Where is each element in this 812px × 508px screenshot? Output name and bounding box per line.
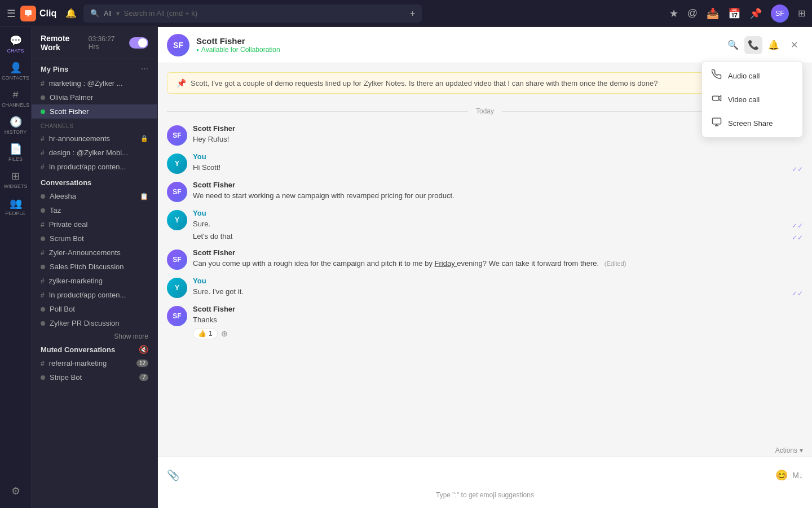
muted-referral-marketing[interactable]: # referral-marketing 12 [32, 356, 157, 370]
top-bar: ☰ Cliq 🔔 🔍 All ▾ + ★ @ 📥 📅 📌 SF ⊞ [0, 0, 812, 27]
msg-text-4: Sure. [193, 218, 210, 230]
search-chat-button[interactable]: 🔍 [724, 36, 742, 54]
hash-icon-2: # [41, 135, 45, 143]
chats-label: CHATS [7, 48, 24, 54]
lock-icon: 🔒 [140, 135, 148, 142]
close-chat-button[interactable]: ✕ [785, 36, 803, 54]
inbox-icon[interactable]: 📥 [707, 7, 719, 20]
reaction-emoji: 👍 [198, 330, 206, 338]
channel-design[interactable]: # design : @Zylker Mobi... [32, 146, 157, 160]
calendar-icon[interactable]: 📅 [728, 7, 740, 20]
message-input[interactable] [184, 464, 771, 487]
msg-edited-6: (Edited) [604, 260, 626, 267]
conv-zylker-pr[interactable]: Zylker PR Discussion [32, 316, 157, 330]
user-avatar[interactable]: SF [771, 5, 789, 23]
channel-hr-announcements[interactable]: # hr-announcements 🔒 [32, 132, 157, 146]
actions-button[interactable]: Actions ▾ [775, 446, 803, 454]
msg-content-6: Scott Fisher Can you come up with a roug… [193, 248, 803, 270]
stripe-bot-badge: 7 [139, 374, 148, 381]
svg-rect-1 [713, 96, 719, 100]
chats-icon: 💬 [10, 34, 22, 47]
conv-product-app-content[interactable]: # In product/app conten... [32, 288, 157, 302]
msg-sender-7: You [193, 277, 206, 285]
markdown-button[interactable]: M↓ [792, 471, 803, 480]
msg-tick-2: ✓✓ [792, 165, 803, 173]
conv-taz[interactable]: Taz [32, 203, 157, 217]
top-bar-right: ★ @ 📥 📅 📌 SF ⊞ [669, 5, 805, 23]
sidebar-item-files[interactable]: 📄 FILES [3, 140, 28, 165]
history-label: HISTORY [5, 129, 27, 135]
main-layout: 💬 CHATS 👤 CONTACTS # CHANNELS 🕐 HISTORY … [0, 27, 812, 508]
msg-avatar-scott-4: SF [167, 306, 187, 326]
msg-text-6: Can you come up with a rough idea for th… [193, 258, 803, 269]
app-logo: Cliq [20, 6, 56, 21]
aleesha-emoji: 📋 [140, 192, 148, 200]
actions-bar: Actions ▾ [158, 444, 812, 457]
screen-share-option[interactable]: Screen Share [702, 111, 802, 135]
global-search-bar[interactable]: 🔍 All ▾ + [83, 5, 422, 23]
video-call-label: Video call [728, 95, 760, 104]
muted-stripe-bot[interactable]: Stripe Bot 7 [32, 370, 157, 384]
msg-header-6: Scott Fisher [193, 248, 803, 257]
msg-header-2: You [193, 152, 803, 161]
channel-product-app[interactable]: # In product/app conten... [32, 160, 157, 174]
search-input[interactable] [124, 9, 405, 17]
search-filter-chevron[interactable]: ▾ [116, 10, 120, 17]
sidebar-item-contacts[interactable]: 👤 CONTACTS [3, 59, 28, 84]
message-3: SF Scott Fisher We need to start working… [167, 178, 803, 204]
stripe-bot-status [41, 375, 45, 380]
message-7: Y You Sure. I've got it. ✓✓ [167, 274, 803, 300]
conv-private-deal[interactable]: # Private deal [32, 217, 157, 231]
sidebar-item-widgets[interactable]: ⊞ WIDGETS [3, 167, 28, 192]
video-call-option[interactable]: Video call [702, 87, 802, 111]
conv-zyler-announcements[interactable]: # Zyler-Announcements [32, 246, 157, 260]
msg-avatar-scott-2: SF [167, 182, 187, 202]
input-hint: Type ":" to get emoji suggestions [167, 491, 803, 501]
conv-poll-bot[interactable]: Poll Bot [32, 302, 157, 316]
chat-contact-avatar: SF [167, 34, 189, 56]
conv-sales-pitch[interactable]: Sales Pitch Discussion [32, 260, 157, 274]
msg-header-7: You [193, 277, 803, 285]
audio-call-option[interactable]: Audio call [702, 64, 802, 87]
workspace-toggle[interactable] [129, 37, 148, 49]
attach-button[interactable]: 📎 [167, 469, 179, 481]
sidebar-item-history[interactable]: 🕐 HISTORY [3, 113, 28, 138]
menu-icon[interactable]: ☰ [7, 7, 16, 20]
conv-zylker-marketing[interactable]: # zylker-marketing [32, 274, 157, 288]
widgets-icon: ⊞ [11, 170, 20, 182]
star-icon[interactable]: ★ [669, 7, 678, 20]
sidebar-item-channels[interactable]: # CHANNELS [3, 86, 28, 111]
people-label: PEOPLE [5, 211, 25, 216]
sidebar-item-chats[interactable]: 💬 CHATS [3, 32, 28, 56]
thumbsup-reaction[interactable]: 👍 1 [193, 328, 218, 339]
grid-icon[interactable]: ⊞ [798, 8, 805, 19]
channels-section-label: CHANNELS [41, 123, 73, 129]
audio-call-icon [711, 69, 722, 82]
status-dot-online [41, 110, 45, 114]
msg-tick-4: ✓✓ [792, 222, 803, 230]
pin-olivia-palmer[interactable]: Olivia Palmer [32, 90, 157, 104]
hash-icon-5: # [41, 221, 45, 229]
my-pins-more-button[interactable]: ··· [141, 64, 148, 74]
conv-aleesha[interactable]: Aleesha 📋 [32, 189, 157, 203]
notification-bell-icon[interactable]: 🔔 [65, 8, 77, 19]
pin-scott-fisher[interactable]: Scott Fisher [32, 104, 157, 119]
search-add-button[interactable]: + [410, 8, 415, 19]
conv-scrum-bot[interactable]: Scrum Bot [32, 231, 157, 246]
sidebar-item-settings[interactable]: ⚙ [3, 479, 28, 503]
search-filter-dropdown[interactable]: All [104, 10, 111, 17]
aleesha-status [41, 194, 45, 199]
show-more-button[interactable]: Show more [32, 330, 157, 343]
pin-marketing-channel[interactable]: # marketing : @Zylker ... [32, 76, 157, 90]
add-reaction-button[interactable]: ⊕ [221, 329, 228, 338]
msg-tick-7: ✓✓ [792, 290, 803, 297]
emoji-button[interactable]: 😊 [775, 469, 788, 481]
notification-button[interactable]: 🔔 [765, 36, 783, 54]
audio-call-label: Audio call [728, 72, 760, 80]
call-button[interactable]: 📞 [744, 36, 762, 54]
mention-icon[interactable]: @ [687, 7, 698, 19]
chat-header-actions: 🔍 📞 🔔 ✕ [724, 36, 803, 54]
sidebar-item-people[interactable]: 👥 PEOPLE [3, 194, 28, 219]
workspace-name: Remote Work [41, 34, 89, 52]
pin-icon[interactable]: 📌 [749, 7, 762, 20]
